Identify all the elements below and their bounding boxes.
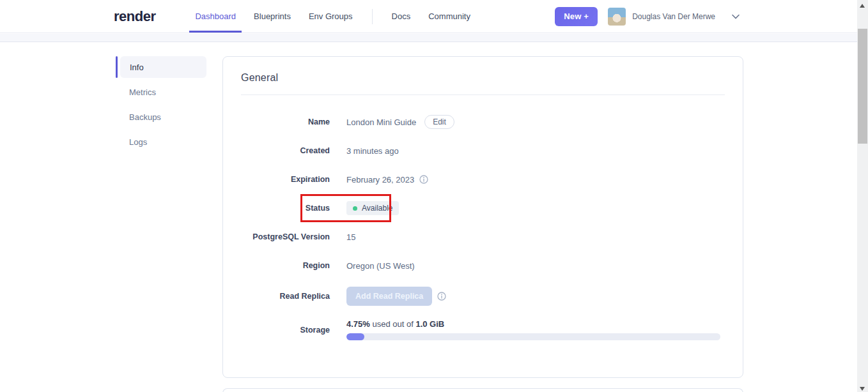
top-navigation: render Dashboard Blueprints Env Groups D…: [0, 0, 868, 33]
sidebar: Info Metrics Backups Logs: [117, 56, 206, 156]
sidebar-item-label: Metrics: [129, 87, 156, 97]
general-card: General Name London Mini Guide Edit Crea…: [222, 56, 743, 378]
info-icon[interactable]: [437, 292, 446, 301]
nav-right-group: New + Douglas Van Der Merwe: [555, 0, 868, 33]
field-label: PostgreSQL Version: [241, 232, 330, 241]
user-avatar[interactable]: [608, 8, 626, 26]
sidebar-item-logs[interactable]: Logs: [117, 131, 206, 153]
nav-item-blueprints[interactable]: Blueprints: [248, 0, 297, 33]
info-icon[interactable]: [419, 175, 428, 184]
sidebar-item-label: Backups: [129, 112, 161, 122]
field-label: Name: [241, 117, 330, 126]
status-dot-icon: [353, 206, 357, 211]
status-badge: Available: [346, 201, 399, 215]
field-row-status: Status Available: [241, 200, 725, 216]
field-label: Read Replica: [241, 292, 330, 301]
storage-block: 4.75% used out of 1.0 GiB: [346, 319, 720, 340]
field-row-region: Region Oregon (US West): [241, 258, 725, 273]
name-value: London Mini Guide: [346, 117, 416, 127]
nav-divider: [372, 9, 373, 24]
render-logo[interactable]: render: [114, 8, 155, 25]
next-card-top-edge: [222, 388, 743, 392]
storage-total: 1.0 GiB: [415, 319, 444, 329]
scrollbar-up-arrow[interactable]: [860, 4, 865, 8]
scrollbar-down-arrow[interactable]: [860, 387, 865, 391]
sidebar-item-metrics[interactable]: Metrics: [117, 81, 206, 103]
nav-links: Dashboard Blueprints Env Groups Docs Com…: [186, 0, 479, 33]
add-read-replica-button[interactable]: Add Read Replica: [346, 287, 432, 306]
chevron-down-icon[interactable]: [732, 14, 740, 19]
storage-progress-fill: [346, 333, 364, 340]
field-row-postgresql-version: PostgreSQL Version 15: [241, 229, 725, 245]
field-row-read-replica: Read Replica Add Read Replica: [241, 287, 725, 306]
created-value: 3 minutes ago: [346, 146, 399, 156]
nav-item-community[interactable]: Community: [422, 0, 476, 33]
postgresql-version-value: 15: [346, 232, 355, 242]
field-row-expiration: Expiration February 26, 2023: [241, 172, 725, 187]
storage-usage-text: 4.75% used out of 1.0 GiB: [346, 319, 720, 329]
status-badge-label: Available: [362, 204, 392, 213]
field-label: Region: [241, 261, 330, 270]
sidebar-item-label: Info: [130, 63, 144, 72]
storage-middle-text: used out of: [370, 319, 416, 329]
new-button[interactable]: New +: [555, 7, 598, 26]
nav-item-env-groups[interactable]: Env Groups: [303, 0, 359, 33]
vertical-scrollbar[interactable]: [857, 0, 868, 392]
card-title: General: [241, 72, 725, 84]
sidebar-item-info[interactable]: Info: [120, 56, 206, 78]
field-label: Storage: [241, 326, 330, 335]
user-name[interactable]: Douglas Van Der Merwe: [632, 12, 715, 21]
field-label: Created: [241, 146, 330, 155]
field-label: Status: [241, 204, 330, 213]
field-row-storage: Storage 4.75% used out of 1.0 GiB: [241, 319, 725, 340]
edit-name-button[interactable]: Edit: [424, 115, 454, 129]
nav-item-docs[interactable]: Docs: [386, 0, 417, 33]
field-row-name: Name London Mini Guide Edit: [241, 114, 725, 130]
active-indicator-bar: [116, 56, 118, 78]
sidebar-item-label: Logs: [129, 137, 147, 147]
subheader-strip: [0, 34, 868, 42]
field-label: Expiration: [241, 175, 330, 184]
sidebar-item-backups[interactable]: Backups: [117, 106, 206, 128]
nav-item-dashboard[interactable]: Dashboard: [189, 0, 242, 33]
expiration-value: February 26, 2023: [346, 175, 414, 185]
storage-used-percent: 4.75%: [346, 319, 370, 329]
field-row-created: Created 3 minutes ago: [241, 143, 725, 158]
scrollbar-thumb[interactable]: [858, 29, 867, 144]
region-value: Oregon (US West): [346, 261, 415, 271]
storage-progress-track: [346, 333, 720, 340]
